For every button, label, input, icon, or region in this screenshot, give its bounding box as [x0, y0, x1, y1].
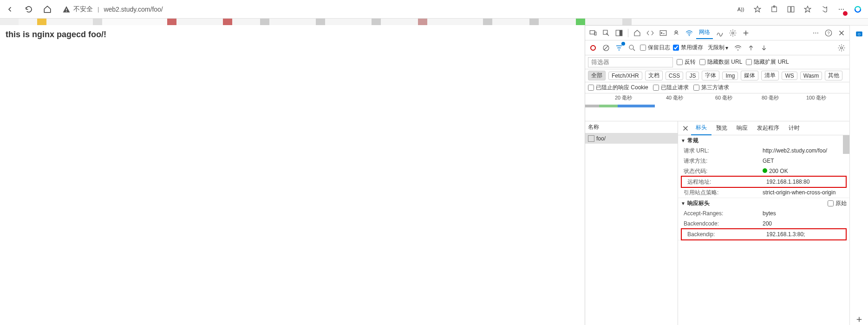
- more-button[interactable]: ⋯: [834, 2, 848, 17]
- row-request-url: 请求 URL:http://web2.study.com/foo/: [678, 146, 849, 156]
- row-accept-ranges: Accept-Ranges:bytes: [678, 208, 849, 219]
- inspect-element-icon[interactable]: [600, 27, 612, 39]
- blocked-cookies-checkbox[interactable]: 已阻止的响应 Cookie: [588, 84, 648, 92]
- svg-point-16: [732, 32, 734, 34]
- edge-sidebar: O: [849, 25, 868, 325]
- sources-tab-icon[interactable]: [670, 27, 682, 39]
- settings-icon[interactable]: [727, 27, 739, 39]
- page-content: this is nginx pagecd foo/!: [0, 25, 585, 325]
- console-tab-icon[interactable]: [657, 27, 669, 39]
- triangle-down-icon: ▼: [681, 201, 685, 206]
- filter-wasm[interactable]: Wasm: [800, 72, 822, 80]
- devtools-topbar: 网络 ⋯ ?: [585, 26, 849, 40]
- network-tab-icon[interactable]: [683, 27, 695, 39]
- svg-point-20: [629, 45, 633, 49]
- section-general: ▼常规 请求 URL:http://web2.study.com/foo/ 请求…: [678, 135, 849, 198]
- section-response-headers-header[interactable]: ▼ 响应标头 原始: [678, 198, 849, 208]
- copilot-button[interactable]: [850, 2, 865, 17]
- scrollbar-thumb[interactable]: [843, 135, 849, 154]
- filter-font[interactable]: 字体: [702, 71, 719, 80]
- performance-tab-icon[interactable]: [714, 27, 726, 39]
- record-button[interactable]: [588, 43, 598, 53]
- hide-data-url-checkbox[interactable]: 隐藏数据 URL: [699, 58, 742, 66]
- row-remote-address: 远程地址:192.168.1.188:80: [681, 176, 847, 188]
- throttle-select[interactable]: 无限制 ▾: [706, 44, 730, 52]
- preserve-log-checkbox[interactable]: 保留日志: [640, 44, 670, 52]
- network-settings-icon[interactable]: [836, 43, 847, 53]
- address-bar[interactable]: 不安全 | web2.study.com/foo/: [62, 5, 730, 13]
- tab-timing[interactable]: 计时: [784, 121, 804, 135]
- request-row[interactable]: foo/: [585, 133, 678, 144]
- tick-20: 20 毫秒: [615, 94, 632, 101]
- svg-text:?: ?: [827, 31, 829, 35]
- hide-ext-url-checkbox[interactable]: 隐藏扩展 URL: [746, 58, 789, 66]
- help-icon[interactable]: ?: [822, 27, 835, 39]
- filter-media[interactable]: 媒体: [741, 71, 758, 80]
- filter-doc[interactable]: 文档: [645, 71, 663, 80]
- more-tools-icon[interactable]: ⋯: [809, 27, 822, 39]
- read-aloud-button[interactable]: A)): [733, 2, 748, 17]
- split-screen-button[interactable]: [783, 2, 798, 17]
- tab-initiator[interactable]: 发起程序: [752, 121, 784, 135]
- sidebar-add-icon[interactable]: [854, 314, 865, 325]
- extra-filters: 已阻止的响应 Cookie 已阻止请求 第三方请求: [585, 82, 849, 93]
- outlook-icon[interactable]: O: [854, 28, 865, 40]
- raw-toggle[interactable]: 原始: [828, 199, 847, 207]
- row-backendcode: Backendcode:200: [678, 219, 849, 229]
- filter-img[interactable]: Img: [722, 72, 738, 80]
- disable-cache-label: 禁用缓存: [681, 44, 703, 52]
- new-tab-icon[interactable]: [740, 27, 752, 39]
- network-conditions-icon[interactable]: [733, 43, 743, 53]
- filter-manifest[interactable]: 清单: [761, 71, 779, 80]
- favorite-button[interactable]: [750, 2, 765, 17]
- welcome-tab-icon[interactable]: [631, 27, 643, 39]
- filter-ws[interactable]: WS: [782, 72, 797, 80]
- filter-js[interactable]: JS: [686, 72, 699, 80]
- filter-fetch[interactable]: Fetch/XHR: [608, 72, 642, 80]
- svg-point-22: [841, 46, 843, 49]
- svg-point-14: [675, 30, 678, 33]
- request-list: 名称 foo/: [585, 121, 678, 325]
- extensions-button[interactable]: [767, 2, 782, 17]
- dock-side-icon[interactable]: [613, 27, 625, 39]
- tab-headers[interactable]: 标头: [691, 121, 711, 135]
- close-detail-icon[interactable]: [680, 123, 691, 134]
- refresh-button[interactable]: [21, 2, 36, 17]
- tick-60: 60 毫秒: [715, 94, 732, 101]
- svg-text:O: O: [858, 32, 861, 36]
- filter-input[interactable]: [588, 57, 673, 67]
- collections-button[interactable]: [817, 2, 832, 17]
- favorites-button[interactable]: [800, 2, 815, 17]
- clear-button[interactable]: [601, 43, 611, 53]
- row-status-code: 状态代码:200 OK: [678, 166, 849, 176]
- filter-toggle-icon[interactable]: [614, 43, 624, 53]
- chevron-down-icon: ▾: [725, 45, 728, 51]
- list-header-name[interactable]: 名称: [585, 121, 678, 133]
- page-body-text: this is nginx pagecd foo/!: [6, 30, 106, 39]
- home-button[interactable]: [40, 2, 55, 17]
- tab-preview[interactable]: 预览: [711, 121, 732, 135]
- toggle-device-icon[interactable]: [587, 27, 599, 39]
- export-har-icon[interactable]: [759, 43, 769, 53]
- third-party-checkbox[interactable]: 第三方请求: [693, 84, 729, 92]
- search-icon[interactable]: [627, 43, 637, 53]
- disable-cache-checkbox[interactable]: 禁用缓存: [673, 44, 703, 52]
- blocked-requests-checkbox[interactable]: 已阻止请求: [653, 84, 689, 92]
- network-tab-label[interactable]: 网络: [696, 27, 713, 39]
- section-general-header[interactable]: ▼常规: [678, 135, 849, 146]
- invert-checkbox[interactable]: 反转: [677, 58, 696, 66]
- filter-other[interactable]: 其他: [825, 71, 842, 80]
- network-timeline[interactable]: 20 毫秒 40 毫秒 60 毫秒 80 毫秒 100 毫秒: [585, 93, 849, 121]
- back-button[interactable]: [3, 2, 18, 17]
- filter-all[interactable]: 全部: [588, 71, 606, 80]
- svg-rect-0: [66, 8, 67, 10]
- svg-rect-12: [620, 30, 622, 36]
- url-text: web2.study.com/foo/: [104, 6, 163, 13]
- timeline-bar-wait: [599, 105, 618, 107]
- import-har-icon[interactable]: [746, 43, 756, 53]
- filter-css[interactable]: CSS: [666, 72, 684, 80]
- tab-response[interactable]: 响应: [732, 121, 752, 135]
- close-devtools-icon[interactable]: [835, 27, 848, 39]
- notification-badge: [843, 11, 848, 16]
- elements-tab-icon[interactable]: [644, 27, 656, 39]
